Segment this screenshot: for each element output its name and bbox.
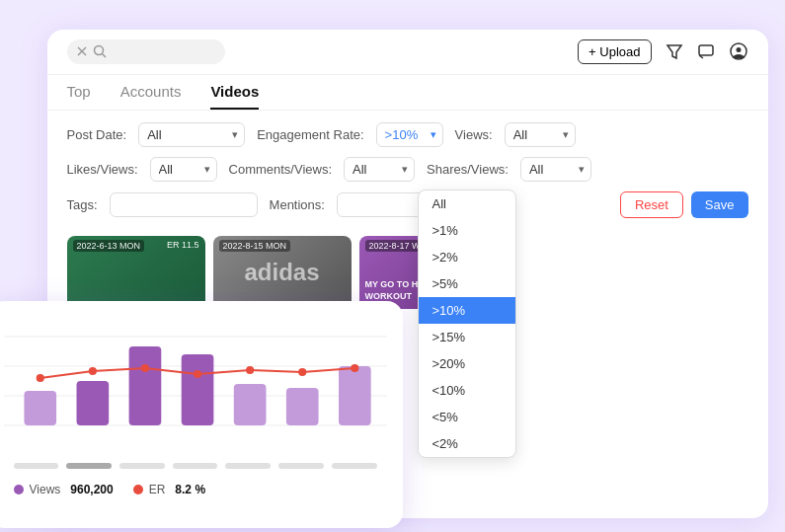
tags-input[interactable] [110,192,258,217]
scrollbar-6[interactable] [278,463,324,469]
message-icon-btn[interactable] [697,42,715,60]
comments-views-label: Comments/Views: [229,162,333,177]
post-date-select[interactable]: All Last 7 days Last 30 days Last 90 day… [138,122,245,147]
engagement-rate-select[interactable]: >10% All >1% >2% >5% >15% >20% <10% <5% … [376,122,443,147]
filter-row-3: Tags: Mentions: Reset Save [67,191,748,218]
chart-area [4,317,387,475]
legend-views: Views 960,200 [14,483,114,496]
save-button[interactable]: Save [691,191,748,218]
dropdown-item-1[interactable]: >1% [419,217,515,244]
tab-top[interactable]: Top [67,83,91,110]
svg-marker-4 [667,45,681,58]
filter-row-1: Post Date: All Last 7 days Last 30 days … [67,122,748,147]
svg-point-19 [36,374,43,382]
filter-icon-btn[interactable] [666,42,683,60]
engagement-rate-label: Engagement Rate: [257,127,363,142]
dropdown-item-2[interactable]: >2% [419,244,515,270]
search-input[interactable] [113,44,211,59]
tabs: Top Accounts Videos [47,75,768,111]
profile-icon [729,41,748,61]
scrollbar-4[interactable] [173,463,218,469]
scrollbar-7[interactable] [332,463,377,469]
video-card-2[interactable]: 2022-8-15 MON adidas [213,236,352,309]
comments-views-select-wrapper[interactable]: All >0.1% >1% [344,157,415,182]
filter-row-2: Likes/Views: All >1% >5% >10% Comments/V… [67,157,748,182]
engagement-dropdown: All >1% >2% >5% >10% >15% >20% <10% <5% … [418,190,516,458]
post-date-label: Post Date: [67,127,127,142]
likes-views-select-wrapper[interactable]: All >1% >5% >10% [150,157,217,182]
mentions-label: Mentions: [270,197,325,212]
dropdown-item-5[interactable]: >5% [419,270,515,297]
svg-rect-5 [699,45,713,55]
dropdown-item-20[interactable]: >20% [419,350,515,377]
tab-accounts[interactable]: Accounts [120,83,182,110]
tags-label: Tags: [67,197,98,212]
video-er-1: ER 11.5 [167,240,199,250]
svg-rect-18 [338,366,370,425]
svg-rect-16 [233,384,266,425]
legend-er-label: ER [149,483,166,496]
video-date-2: 2022-8-15 MON [219,240,291,252]
svg-rect-12 [24,391,56,425]
dropdown-item-15[interactable]: >15% [419,324,515,350]
svg-point-25 [351,364,358,372]
legend-views-dot [14,485,24,494]
tab-videos[interactable]: Videos [210,83,259,110]
views-select[interactable]: All >1K >10K >100K >1M [505,122,576,147]
likes-views-select[interactable]: All >1% >5% >10% [150,157,217,182]
svg-rect-13 [76,381,109,425]
svg-point-23 [246,366,254,374]
scrollbar-2[interactable] [66,463,112,469]
top-bar: + Upload [47,30,768,75]
comments-views-select[interactable]: All >0.1% >1% [344,157,415,182]
profile-icon-btn[interactable] [729,41,748,61]
svg-rect-17 [285,388,318,425]
video-date-1: 2022-6-13 MON [73,240,145,252]
post-date-select-wrapper[interactable]: All Last 7 days Last 30 days Last 90 day… [138,122,245,147]
views-label: Views: [455,127,493,142]
svg-line-3 [102,54,106,58]
scrollbar-3[interactable] [119,463,165,469]
scrollbar-1[interactable] [14,463,59,469]
legend-er-value: 8.2 % [175,483,205,496]
svg-rect-15 [181,354,213,425]
reset-button[interactable]: Reset [620,191,683,218]
svg-point-21 [140,364,148,372]
chart-svg [4,317,387,455]
dropdown-item-lt10[interactable]: <10% [419,377,515,404]
svg-point-24 [298,368,306,376]
legend-er: ER 8.2 % [133,483,205,496]
svg-point-20 [88,367,96,375]
message-icon [697,42,715,60]
search-box[interactable] [67,39,225,64]
scrollbar-5[interactable] [225,463,271,469]
shares-views-label: Shares/Views: [427,162,509,177]
svg-point-2 [94,46,103,55]
legend-views-label: Views [30,483,61,496]
legend-er-dot [133,485,143,494]
dropdown-item-lt2[interactable]: <2% [419,430,515,457]
upload-button[interactable]: + Upload [578,39,651,64]
legend-views-value: 960,200 [70,483,113,496]
top-bar-icons: + Upload [578,39,747,64]
svg-point-22 [193,370,200,378]
shares-views-select[interactable]: All >0.1% >1% [520,157,591,182]
video-card-1[interactable]: 2022-6-13 MON ER 11.5 [67,236,205,309]
shares-views-select-wrapper[interactable]: All >0.1% >1% [520,157,591,182]
filters-area: Post Date: All Last 7 days Last 30 days … [47,111,768,230]
dropdown-item-10[interactable]: >10% [419,297,515,324]
engagement-rate-select-wrapper[interactable]: >10% All >1% >2% >5% >15% >20% <10% <5% … [376,122,443,147]
filter-icon [666,42,683,60]
search-icon [93,44,107,58]
likes-views-label: Likes/Views: [67,162,138,177]
chart-scrollbar [4,463,387,469]
svg-rect-14 [128,346,161,425]
views-select-wrapper[interactable]: All >1K >10K >100K >1M [505,122,576,147]
chart-card: Views 960,200 ER 8.2 % [0,301,403,528]
app-wrapper: + Upload [18,15,768,518]
close-icon [77,46,87,56]
chart-legend: Views 960,200 ER 8.2 % [4,483,387,496]
dropdown-item-lt5[interactable]: <5% [419,404,515,430]
videos-area: 2022-6-13 MON ER 11.5 2022-8-15 MON adid… [47,230,768,309]
dropdown-item-all[interactable]: All [419,190,515,217]
